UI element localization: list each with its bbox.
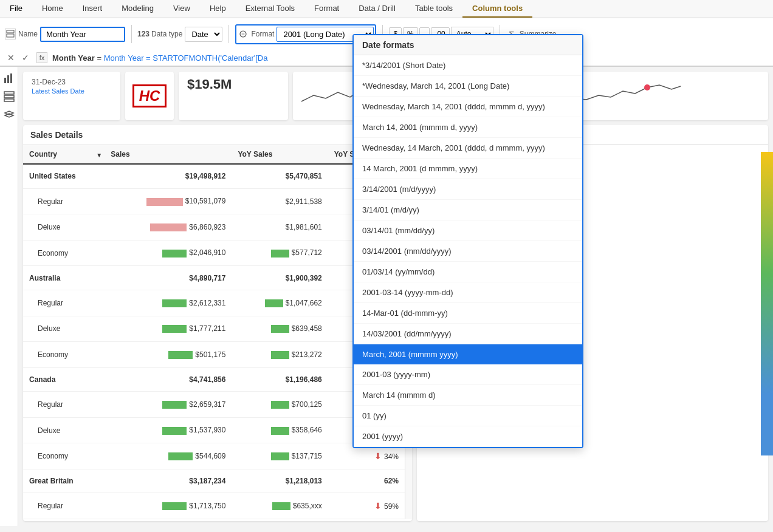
- card-date-value: 31-Dec-23: [32, 78, 112, 86]
- table-row: Economy$544,609$137,715⬇34%: [23, 443, 405, 469]
- col-yoy-sales: YoY Sales: [232, 145, 328, 164]
- table-row: Regular$10,591,079$2,911,538⬇38%: [23, 188, 405, 214]
- cell-sales: $10,591,079: [105, 188, 232, 214]
- cell-yoy-sales: $358,646: [232, 417, 328, 443]
- dropdown-item[interactable]: March 14 (mmmm d): [354, 385, 582, 406]
- name-box: [40, 27, 125, 42]
- fx-icon[interactable]: fx: [36, 52, 47, 63]
- cell-country: Deluxe: [23, 214, 105, 240]
- dropdown-item[interactable]: 2001 (yyyy): [354, 426, 582, 447]
- dropdown-item[interactable]: 2001-03-14 (yyyy-mm-dd): [354, 282, 582, 303]
- name-icon[interactable]: [5, 29, 16, 39]
- svg-rect-6: [4, 92, 14, 94]
- name-group: Name: [5, 27, 125, 42]
- tab-home[interactable]: Home: [32, 0, 73, 18]
- ribbon-tabs: File Home Insert Modeling View Help Exte…: [0, 0, 773, 18]
- cell-country: Regular: [23, 493, 105, 519]
- cell-sales: $3,187,234: [105, 469, 232, 493]
- tab-external-tools[interactable]: External Tools: [236, 0, 304, 18]
- cell-yoy-pct: ⬇59%: [328, 493, 405, 519]
- cell-country: Regular: [23, 290, 105, 316]
- cell-country: Great Britain: [23, 469, 105, 493]
- cell-sales: $2,612,331: [105, 290, 232, 316]
- svg-rect-0: [7, 30, 14, 33]
- tab-table-tools[interactable]: Table tools: [405, 0, 462, 18]
- tab-help[interactable]: Help: [200, 0, 236, 18]
- mini-chart-card-2: [560, 72, 768, 120]
- main-value: $19.5M: [187, 77, 280, 92]
- data-type-label: Data type: [151, 30, 182, 38]
- data-type-group: 123 Data type Date: [138, 27, 222, 42]
- cell-yoy-sales: $1,196,486: [232, 367, 328, 392]
- table-row: Canada$4,741,856$1,196,48634%: [23, 367, 405, 392]
- svg-rect-1: [7, 34, 14, 37]
- tab-view[interactable]: View: [163, 0, 200, 18]
- sales-table: Country ▼ Sales YoY Sales YoY Sales % Un…: [23, 145, 405, 519]
- cell-yoy-sales: $577,712: [232, 240, 328, 266]
- accept-icon[interactable]: ✓: [19, 52, 32, 64]
- arrow-down-icon: ⬇: [374, 451, 382, 461]
- dropdown-item[interactable]: 14-Mar-01 (dd-mmm-yy): [354, 303, 582, 324]
- cell-country: Regular: [23, 392, 105, 418]
- divider-1: [131, 25, 132, 43]
- dropdown-item[interactable]: March 14, 2001 (mmmm d, yyyy): [354, 117, 582, 138]
- sort-icon-country[interactable]: ▼: [96, 152, 102, 159]
- cancel-icon[interactable]: ✕: [5, 52, 17, 64]
- col-country: Country ▼: [23, 145, 105, 164]
- table-row: Deluxe$6,860,923$1,981,601⬇41%: [23, 214, 405, 240]
- cell-sales: $2,046,910: [105, 240, 232, 266]
- table-row: Deluxe$1,777,211$639,458↘56%: [23, 316, 405, 342]
- tab-modeling[interactable]: Modeling: [112, 0, 163, 18]
- dropdown-item[interactable]: March, 2001 (mmmm yyyy): [354, 344, 582, 364]
- dropdown-header: Date formats: [354, 35, 582, 55]
- tab-file[interactable]: File: [0, 0, 32, 18]
- cell-yoy-sales: $1,047,662: [232, 290, 328, 316]
- sidebar-icons: [0, 67, 18, 526]
- cell-sales: $1,777,211: [105, 316, 232, 342]
- arrow-down-icon: ⬇: [374, 501, 382, 511]
- cell-country: Economy: [23, 240, 105, 266]
- dropdown-list[interactable]: *3/14/2001 (Short Date)*Wednesday, March…: [354, 55, 582, 447]
- cell-yoy-sales: $639,458: [232, 316, 328, 342]
- card-date-label: Latest Sales Date: [32, 87, 112, 95]
- cell-country: Deluxe: [23, 417, 105, 443]
- tab-data-drill[interactable]: Data / Drill: [349, 0, 405, 18]
- dropdown-item[interactable]: *Wednesday, March 14, 2001 (Long Date): [354, 76, 582, 97]
- dropdown-item[interactable]: 14/03/2001 (dd/mm/yyyy): [354, 324, 582, 344]
- sidebar-layers-icon[interactable]: [2, 108, 16, 121]
- name-input[interactable]: [46, 30, 119, 39]
- dropdown-item[interactable]: 3/14/01 (m/d/yy): [354, 200, 582, 220]
- dropdown-item[interactable]: 14 March, 2001 (d mmmm, yyyy): [354, 159, 582, 179]
- dropdown-item[interactable]: 01/03/14 (yy/mm/dd): [354, 262, 582, 282]
- cell-yoy-sales: $213,272: [232, 342, 328, 368]
- format-label: Format: [251, 30, 274, 38]
- dropdown-item[interactable]: 01 (yy): [354, 406, 582, 426]
- cell-country: Economy: [23, 342, 105, 368]
- formula-expression: Month Year = STARTOFMONTH('Calendar'[Da: [104, 53, 268, 63]
- sidebar-chart-icon[interactable]: [2, 72, 16, 85]
- dropdown-item[interactable]: 03/14/01 (mm/dd/yy): [354, 220, 582, 241]
- data-type-select[interactable]: Date: [185, 27, 222, 42]
- tab-format[interactable]: Format: [304, 0, 349, 18]
- cell-yoy-sales: $635,xxx: [232, 493, 328, 519]
- tab-column-tools[interactable]: Column tools: [462, 0, 532, 18]
- cell-sales: $1,713,750: [105, 493, 232, 519]
- dropdown-item[interactable]: Wednesday, March 14, 2001 (dddd, mmmm d,…: [354, 97, 582, 117]
- cell-country: Australia: [23, 266, 105, 290]
- cell-yoy-sales: $137,715: [232, 443, 328, 469]
- dropdown-item[interactable]: 3/14/2001 (m/d/yyyy): [354, 179, 582, 200]
- cell-yoy-sales: $2,911,538: [232, 188, 328, 214]
- format-icon: [238, 29, 249, 39]
- tab-insert[interactable]: Insert: [73, 0, 112, 18]
- cell-country: Canada: [23, 367, 105, 392]
- data-type-icon: 123: [138, 29, 149, 39]
- dropdown-item[interactable]: Wednesday, 14 March, 2001 (dddd, d mmmm,…: [354, 138, 582, 159]
- name-label: Name: [18, 30, 38, 38]
- dropdown-item[interactable]: 03/14/2001 (mm/dd/yyyy): [354, 241, 582, 262]
- dropdown-item[interactable]: *3/14/2001 (Short Date): [354, 55, 582, 76]
- cell-country: Economy: [23, 443, 105, 469]
- sidebar-table-icon[interactable]: [2, 90, 16, 103]
- table-row: Australia$4,890,717$1,900,39264%: [23, 266, 405, 290]
- cell-country: Deluxe: [23, 316, 105, 342]
- dropdown-item[interactable]: 2001-03 (yyyy-mm): [354, 364, 582, 385]
